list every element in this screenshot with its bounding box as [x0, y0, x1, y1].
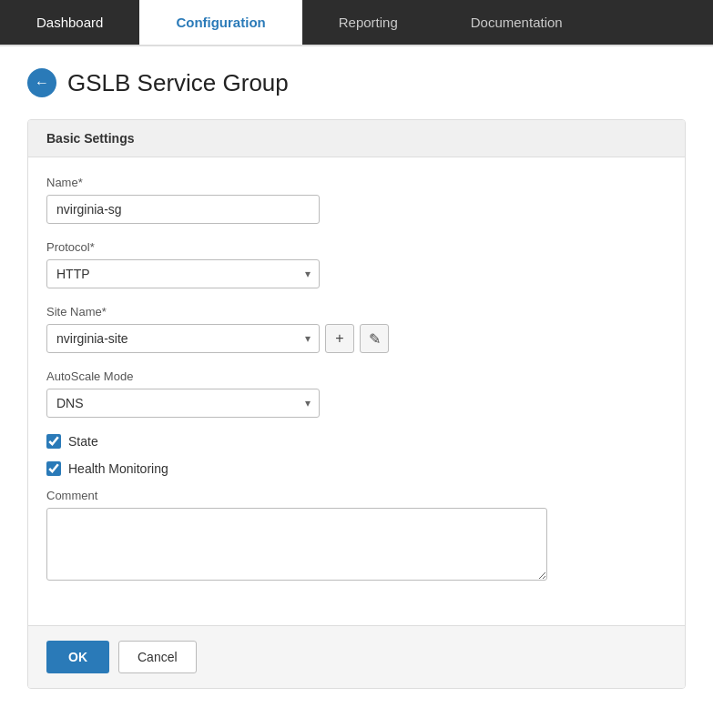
- health-monitoring-group: Health Monitoring: [46, 461, 667, 476]
- form-card: Basic Settings Name* Protocol* HTTP HTTP…: [27, 119, 686, 689]
- state-checkbox[interactable]: [46, 434, 61, 449]
- edit-site-button[interactable]: ✎: [360, 324, 389, 353]
- autoscale-group: AutoScale Mode DNS CLOUD DISABLED ▾: [46, 369, 667, 418]
- name-group: Name*: [46, 176, 667, 224]
- name-input[interactable]: [46, 195, 320, 224]
- add-site-button[interactable]: +: [325, 324, 354, 353]
- site-name-select-wrapper: nvirginia-site ▾: [46, 324, 320, 353]
- name-label: Name*: [46, 176, 667, 189]
- page-header: ← GSLB Service Group: [27, 68, 686, 97]
- tab-reporting[interactable]: Reporting: [302, 0, 434, 45]
- autoscale-select[interactable]: DNS CLOUD DISABLED: [46, 389, 320, 418]
- autoscale-label: AutoScale Mode: [46, 369, 667, 383]
- cancel-button[interactable]: Cancel: [118, 641, 197, 673]
- autoscale-select-wrapper: DNS CLOUD DISABLED ▾: [46, 389, 320, 418]
- tab-dashboard[interactable]: Dashboard: [0, 0, 139, 45]
- form-footer: OK Cancel: [28, 625, 685, 688]
- form-body: Name* Protocol* HTTP HTTPS TCP UDP ▾: [28, 157, 685, 625]
- back-button[interactable]: ←: [27, 68, 56, 97]
- health-monitoring-label: Health Monitoring: [68, 461, 168, 476]
- tab-configuration[interactable]: Configuration: [139, 0, 301, 45]
- form-section-title: Basic Settings: [28, 120, 685, 157]
- protocol-group: Protocol* HTTP HTTPS TCP UDP ▾: [46, 240, 667, 288]
- health-monitoring-checkbox[interactable]: [46, 461, 61, 476]
- state-label: State: [68, 434, 98, 449]
- site-name-select[interactable]: nvirginia-site: [46, 324, 320, 353]
- tab-documentation[interactable]: Documentation: [434, 0, 599, 45]
- site-name-label: Site Name*: [46, 305, 667, 318]
- page-content: ← GSLB Service Group Basic Settings Name…: [0, 46, 713, 711]
- protocol-select-wrapper: HTTP HTTPS TCP UDP ▾: [46, 259, 320, 288]
- comment-group: Comment: [46, 489, 667, 583]
- comment-label: Comment: [46, 489, 667, 502]
- ok-button[interactable]: OK: [46, 641, 109, 673]
- protocol-label: Protocol*: [46, 240, 667, 254]
- site-name-row: nvirginia-site ▾ + ✎: [46, 324, 667, 353]
- page-title: GSLB Service Group: [67, 69, 289, 97]
- site-name-group: Site Name* nvirginia-site ▾ + ✎: [46, 305, 667, 353]
- top-nav: Dashboard Configuration Reporting Docume…: [0, 0, 713, 46]
- comment-textarea[interactable]: [46, 508, 547, 581]
- protocol-select[interactable]: HTTP HTTPS TCP UDP: [46, 259, 320, 288]
- state-group: State: [46, 434, 667, 449]
